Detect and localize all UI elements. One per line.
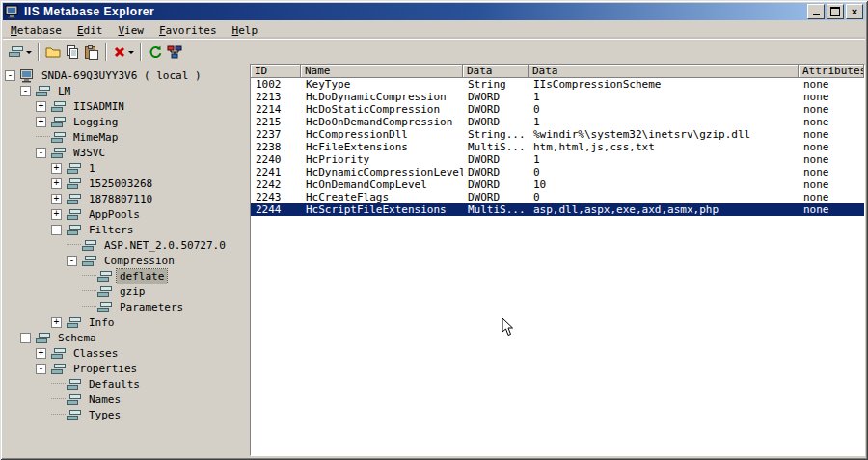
tree-item-label[interactable]: 1	[86, 161, 98, 176]
tree-item-filters[interactable]: -Filters	[3, 222, 246, 237]
tree-item-label[interactable]: Parameters	[117, 300, 186, 314]
table-row-2242[interactable]: 2242HcOnDemandCompLevelDWORD10none	[251, 178, 864, 191]
tree-item-properties[interactable]: -Properties	[3, 361, 246, 376]
tree-item-label[interactable]: Compression	[101, 254, 177, 268]
tree-item-label[interactable]: 1878807110	[86, 192, 155, 206]
expand-box-icon[interactable]: +	[36, 101, 46, 112]
tree-item-parameters[interactable]: Parameters	[3, 299, 246, 314]
tree-item-label[interactable]: gzip	[117, 284, 149, 299]
menu-view[interactable]: View	[110, 22, 151, 39]
table-row-2213[interactable]: 2213HcDoDynamicCompressionDWORD1none	[251, 91, 864, 103]
tree-connector	[67, 244, 81, 246]
tree-item-label[interactable]: Defaults	[86, 377, 143, 392]
tree-item-w3svc[interactable]: -W3SVC	[3, 145, 246, 160]
dropdown-arrow-icon[interactable]	[128, 51, 134, 57]
close-button[interactable]: ×	[846, 4, 863, 19]
collapse-box-icon[interactable]: -	[36, 364, 46, 374]
tree-item-label[interactable]: AppPools	[86, 207, 143, 222]
tree-item-asp-net-2-0-50727-0[interactable]: ASP.NET_2.0.50727.0	[3, 237, 246, 253]
dropdown-arrow-icon[interactable]	[26, 51, 32, 57]
expand-box-icon[interactable]: +	[36, 348, 46, 359]
tree-item-info[interactable]: +Info	[3, 314, 246, 330]
cell-name: HcDoStaticCompression	[301, 103, 463, 116]
table-row-2241[interactable]: 2241HcDynamicCompressionLevelDWORD0none	[251, 166, 864, 178]
tree-item-label[interactable]: Properties	[70, 362, 140, 376]
collapse-box-icon[interactable]: -	[67, 256, 77, 266]
tree-item-label[interactable]: Info	[86, 315, 118, 330]
tree-item-iisadmin[interactable]: +IISADMIN	[3, 98, 246, 114]
table-row-2244[interactable]: 2244HcScriptFileExtensionsMultiS...asp,d…	[251, 203, 864, 216]
tree-item-defaults[interactable]: Defaults	[3, 376, 246, 392]
table-row-2214[interactable]: 2214HcDoStaticCompressionDWORD0none	[251, 103, 864, 116]
copy-button[interactable]	[63, 41, 82, 63]
column-header-attributes[interactable]: Attributes	[799, 65, 864, 78]
table-row-2240[interactable]: 2240HcPriorityDWORD1none	[251, 153, 864, 166]
tree-item-label[interactable]: Names	[86, 392, 123, 407]
collapse-box-icon[interactable]: -	[20, 86, 31, 96]
collapse-box-icon[interactable]: -	[5, 70, 15, 81]
tree-item-label[interactable]: SNDA-69Q3UYY3V6 ( local )	[39, 68, 204, 83]
delete-button[interactable]	[111, 41, 136, 63]
column-header-id[interactable]: ID	[251, 65, 301, 78]
tree-item-names[interactable]: Names	[3, 392, 246, 407]
menu-edit[interactable]: Edit	[69, 22, 111, 39]
column-header-data-type[interactable]: Data Type	[463, 65, 529, 78]
tree-item-gzip[interactable]: gzip	[3, 284, 246, 299]
refresh-button[interactable]	[146, 41, 165, 63]
tree-item-compression[interactable]: -Compression	[3, 253, 246, 268]
expand-box-icon[interactable]: +	[51, 178, 62, 189]
tree-item-label[interactable]: 1525003268	[86, 176, 155, 191]
table-row-2237[interactable]: 2237HcCompressionDllString...%windir%\sy…	[251, 128, 864, 141]
minimize-button[interactable]	[807, 4, 825, 19]
titlebar[interactable]: IIS Metabase Explorer ×	[3, 3, 865, 20]
menu-help[interactable]: Help	[225, 22, 266, 39]
collapse-box-icon[interactable]: -	[20, 333, 31, 343]
tree-item-logging[interactable]: +Logging	[3, 114, 246, 129]
tree-item-label[interactable]: Types	[86, 408, 123, 422]
tree-item-1878807110[interactable]: +1878807110	[3, 191, 246, 206]
expand-box-icon[interactable]: +	[36, 117, 46, 127]
tree-item-label[interactable]: Classes	[70, 346, 121, 361]
expand-box-icon[interactable]: +	[51, 317, 62, 328]
tree-item-label[interactable]: deflate	[117, 269, 167, 284]
table-row-2238[interactable]: 2238HcFileExtensionsMultiS...htm,html,js…	[251, 141, 864, 153]
tree-item-label[interactable]: Schema	[55, 331, 99, 345]
expand-box-icon[interactable]: +	[51, 163, 62, 174]
column-header-data[interactable]: Data	[529, 65, 799, 78]
tree-item-lm[interactable]: -LM	[3, 83, 246, 98]
paste-button[interactable]	[82, 41, 101, 63]
tree-item-schema[interactable]: -Schema	[3, 330, 246, 345]
tree-item-label[interactable]: Logging	[70, 115, 121, 129]
tree-item-deflate[interactable]: deflate	[3, 268, 246, 284]
tree-item-label[interactable]: IISADMIN	[70, 99, 127, 114]
tree-item-label[interactable]: MimeMap	[70, 130, 121, 145]
cell-data: IIsCompressionScheme	[529, 78, 799, 91]
new-key-button[interactable]	[6, 41, 34, 63]
menu-favorites[interactable]: Favorites	[151, 22, 225, 39]
tree-item-label[interactable]: W3SVC	[70, 146, 108, 160]
expand-box-icon[interactable]: +	[51, 209, 62, 220]
expand-box-icon[interactable]: +	[51, 194, 62, 204]
tree-item-classes[interactable]: +Classes	[3, 345, 246, 361]
tree-connector	[36, 136, 50, 138]
tree-item-mimemap[interactable]: MimeMap	[3, 129, 246, 145]
menu-metabase[interactable]: Metabase	[3, 22, 69, 39]
delete-x-icon	[113, 45, 126, 59]
tree-item-label[interactable]: ASP.NET_2.0.50727.0	[101, 238, 229, 253]
tree-item-label[interactable]: Filters	[86, 223, 136, 237]
tree-item-label[interactable]: LM	[55, 84, 73, 98]
table-row-1002[interactable]: 1002KeyTypeStringIIsCompressionSchemenon…	[251, 78, 864, 91]
maximize-button[interactable]	[827, 4, 844, 19]
collapse-box-icon[interactable]: -	[51, 225, 62, 235]
table-row-2215[interactable]: 2215HcDoOnDemandCompressionDWORD1none	[251, 116, 864, 128]
column-header-name[interactable]: Name	[301, 65, 463, 78]
tree-item-apppools[interactable]: +AppPools	[3, 206, 246, 222]
tree-item-1525003268[interactable]: +1525003268	[3, 176, 246, 191]
network-button[interactable]	[165, 41, 184, 63]
collapse-box-icon[interactable]: -	[36, 148, 46, 158]
open-button[interactable]	[43, 41, 63, 63]
tree-item-types[interactable]: Types	[3, 407, 246, 422]
tree-item-1[interactable]: +1	[3, 160, 246, 176]
tree-item-snda-69q3uyy3v6-local[interactable]: -SNDA-69Q3UYY3V6 ( local )	[3, 68, 246, 83]
table-row-2243[interactable]: 2243HcCreateFlagsDWORD0none	[251, 191, 864, 203]
